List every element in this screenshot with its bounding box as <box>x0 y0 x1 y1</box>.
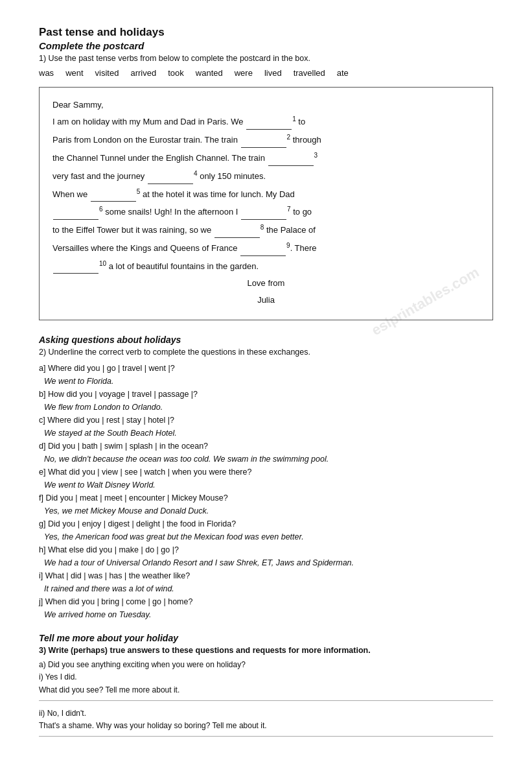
postcard-box: Dear Sammy, I am on holiday with my Mum … <box>39 87 493 320</box>
section3-sub-ii-follow: That's a shame. Why was your holiday so … <box>39 721 267 730</box>
section-2: Asking questions about holidays 2) Under… <box>39 335 493 621</box>
postcard-closing2: Julia <box>52 293 480 307</box>
section-3: Tell me more about your holiday 3) Write… <box>39 633 493 737</box>
section1-heading: Complete the postcard <box>39 40 493 51</box>
a-g: Yes, the American food was great but the… <box>44 530 493 543</box>
section3-sub-i-follow: What did you see? Tell me more about it. <box>39 685 179 694</box>
postcard-line9: 10 a lot of beautiful fountains in the g… <box>52 259 480 274</box>
word-travelled: travelled <box>294 68 325 78</box>
blank-2 <box>241 134 286 148</box>
section3-q-a: a) Did you see anything exciting when yo… <box>39 660 246 669</box>
word-ate: ate <box>337 68 349 78</box>
section3-qa-sub-ii: ii) No, I didn't. That's a shame. Why wa… <box>39 707 493 732</box>
section3-heading: Tell me more about your holiday <box>39 633 493 643</box>
word-lived: lived <box>264 68 282 78</box>
section3-sub-i-label: i) Yes I did. <box>39 672 77 681</box>
q-g: g] Did you | enjoy | digest | delight | … <box>39 517 493 530</box>
section-1: Complete the postcard 1) Use the past te… <box>39 40 493 320</box>
word-wanted: wanted <box>196 68 223 78</box>
qa-block: a] Where did you | go | travel | went |?… <box>39 362 493 621</box>
blank-7 <box>241 206 286 220</box>
word-took: took <box>168 68 184 78</box>
blank-10 <box>53 259 98 274</box>
section3-instruction: 3) Write (perhaps) true answers to these… <box>39 646 493 655</box>
postcard-line5: When we 5 at the hotel it was time for l… <box>52 187 480 202</box>
postcard-closing1: Love from <box>52 276 480 290</box>
a-i: It rained and there was a lot of wind. <box>44 582 493 595</box>
q-e: e] What did you | view | see | watch | w… <box>39 466 493 479</box>
a-h: We had a tour of Universal Orlando Resor… <box>44 556 493 569</box>
blank-4 <box>148 169 193 184</box>
a-d: No, we didn't because the ocean was too … <box>44 453 493 466</box>
q-d: d] Did you | bath | swim | splash | in t… <box>39 440 493 453</box>
answer-line-2 <box>39 736 493 737</box>
q-j: j] When did you | bring | come | go | ho… <box>39 595 493 608</box>
section1-instruction: 1) Use the past tense verbs from below t… <box>39 54 493 63</box>
q-i: i] What | did | was | has | the weather … <box>39 569 493 582</box>
a-b: We flew from London to Orlando. <box>44 401 493 414</box>
postcard-greeting: Dear Sammy, <box>52 98 480 112</box>
blank-6 <box>53 206 98 220</box>
q-c: c] Where did you | rest | stay | hotel |… <box>39 414 493 427</box>
a-j: We arrived home on Tuesday. <box>44 608 493 621</box>
blank-9 <box>240 241 286 255</box>
word-was: was <box>39 68 54 78</box>
q-b: b] How did you | voyage | travel | passa… <box>39 388 493 401</box>
postcard-line4: very fast and the journey 4 only 150 min… <box>52 169 480 184</box>
word-went: went <box>65 68 83 78</box>
a-c: We stayed at the South Beach Hotel. <box>44 427 493 440</box>
q-a: a] Where did you | go | travel | went |? <box>39 362 493 375</box>
postcard-line2: Paris from London on the Eurostar train.… <box>52 132 480 148</box>
blank-1 <box>246 115 292 130</box>
q-h: h] What else did you | make | do | go |? <box>39 543 493 556</box>
postcard-line7: to the Eiffel Tower but it was raining, … <box>52 222 480 238</box>
a-a: We went to Florida. <box>44 375 493 388</box>
section2-instruction: 2) Underline the correct verb to complet… <box>39 348 493 357</box>
word-visited: visited <box>95 68 119 78</box>
section3-sub-ii-label: ii) No, I didn't. <box>39 709 86 718</box>
blank-8 <box>214 223 260 237</box>
postcard-line6: 6 some snails! Ugh! In the afternoon I 7… <box>52 204 480 220</box>
word-were: were <box>235 68 253 78</box>
section3-qa-a: a) Did you see anything exciting when yo… <box>39 659 493 696</box>
section2-heading: Asking questions about holidays <box>39 335 493 345</box>
word-arrived: arrived <box>130 68 156 78</box>
page-title: Past tense and holidays <box>39 26 493 39</box>
blank-5 <box>91 187 136 202</box>
q-f: f] Did you | meat | meet | encounter | M… <box>39 492 493 504</box>
postcard-line1: I am on holiday with my Mum and Dad in P… <box>52 114 480 130</box>
blank-3 <box>268 151 314 165</box>
a-e: We went to Walt Disney World. <box>44 479 493 492</box>
a-f: Yes, we met Mickey Mouse and Donald Duck… <box>44 504 493 517</box>
postcard-line3: the Channel Tunnel under the English Cha… <box>52 150 480 166</box>
postcard-line8: Versailles where the Kings and Queens of… <box>52 241 480 256</box>
word-list: was went visited arrived took wanted wer… <box>39 68 493 78</box>
answer-line-1 <box>39 700 493 701</box>
